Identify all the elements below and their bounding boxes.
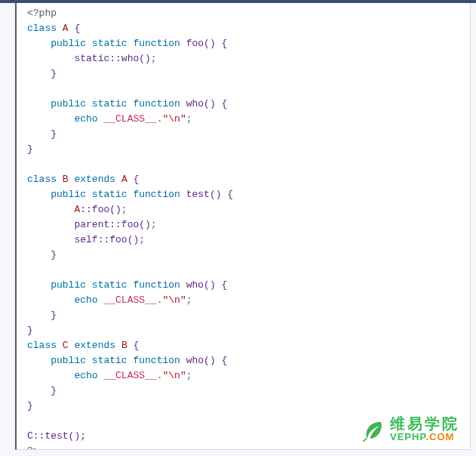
string-literal: "\n" — [162, 370, 186, 381]
class-name: C — [63, 340, 69, 351]
class-name: B — [121, 340, 127, 351]
keyword-public: public — [51, 355, 86, 366]
code-block: <?php class A { public static function f… — [15, 3, 471, 450]
keyword-echo: echo — [74, 113, 97, 125]
keyword-function: function — [133, 98, 180, 109]
identifier-static: static — [74, 53, 109, 64]
magic-constant: __CLASS__ — [103, 294, 156, 306]
php-close-tag: ?> — [27, 445, 39, 450]
string-literal: "\n" — [162, 113, 186, 125]
keyword-extends: extends — [74, 174, 115, 185]
keyword-class: class — [27, 340, 57, 351]
keyword-echo: echo — [74, 294, 97, 306]
method-call: foo — [121, 219, 139, 230]
keyword-function: function — [133, 189, 180, 200]
php-open-tag: <?php — [27, 8, 57, 19]
class-name: B — [63, 174, 69, 185]
keyword-static: static — [92, 98, 127, 109]
keyword-class: class — [27, 23, 57, 34]
keyword-static: static — [92, 189, 127, 200]
keyword-public: public — [51, 279, 86, 291]
method-call: foo — [92, 204, 109, 215]
keyword-public: public — [51, 98, 86, 109]
php-source-code: <?php class A { public static function f… — [27, 6, 459, 450]
identifier-parent: parent — [74, 219, 109, 230]
keyword-function: function — [133, 279, 180, 291]
function-name: who — [186, 279, 204, 291]
keyword-static: static — [92, 355, 127, 366]
keyword-echo: echo — [74, 370, 97, 381]
magic-constant: __CLASS__ — [103, 113, 156, 125]
keyword-class: class — [27, 174, 57, 185]
string-literal: "\n" — [162, 294, 186, 306]
class-name: A — [121, 174, 127, 185]
function-name: test — [186, 189, 210, 200]
keyword-extends: extends — [74, 340, 115, 351]
keyword-public: public — [51, 38, 86, 49]
method-call: foo — [109, 234, 127, 245]
identifier-self: self — [74, 234, 97, 245]
static-call: C::test(); — [27, 430, 86, 442]
function-name: foo — [186, 38, 204, 49]
function-name: who — [186, 98, 204, 109]
keyword-function: function — [133, 38, 180, 49]
magic-constant: __CLASS__ — [103, 370, 156, 381]
keyword-static: static — [92, 279, 127, 291]
class-name: A — [63, 23, 69, 34]
method-call: who — [121, 53, 139, 64]
keyword-public: public — [51, 189, 86, 200]
function-name: who — [186, 355, 204, 366]
keyword-function: function — [133, 355, 180, 366]
keyword-static: static — [92, 38, 127, 49]
